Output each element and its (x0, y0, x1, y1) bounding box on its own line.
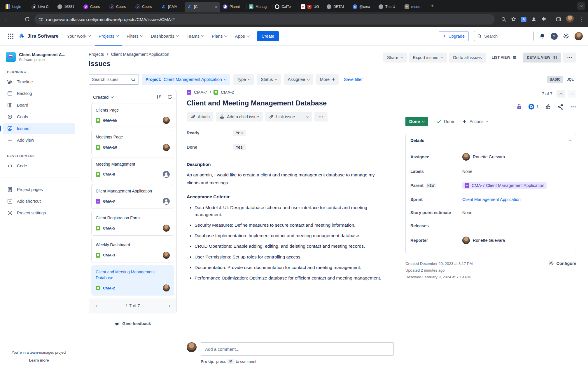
issue-card-cma-3[interactable]: Weekly Dashboard CMA-3 (91, 238, 174, 263)
issue-card-cma-11[interactable]: Clients Page CMA-11 (91, 103, 174, 128)
link-issue-button[interactable]: Link issue (265, 112, 312, 121)
browser-tab[interactable]: DETAI (324, 2, 350, 12)
issue-title[interactable]: Client and Meeting Management Database (187, 99, 394, 107)
bookmark-star-icon[interactable] (511, 17, 516, 22)
browser-tab[interactable]: Manag (246, 2, 272, 12)
jql-mode-toggle[interactable]: JQL (564, 76, 576, 83)
browser-tab[interactable]: UCours (107, 2, 133, 12)
nav-filters[interactable]: Filters (123, 27, 146, 46)
close-tab-icon[interactable]: × (215, 5, 218, 9)
story-point-value[interactable]: None (462, 210, 473, 215)
sidebar-item-project-settings[interactable]: Project settings (3, 207, 75, 218)
next-issue-button[interactable] (568, 90, 576, 98)
sidebar-add-view[interactable]: Add view (3, 135, 75, 146)
search-tabs-icon[interactable] (501, 17, 506, 22)
sidebar-item-board[interactable]: Board (3, 100, 75, 111)
description-text[interactable]: As an admin, I would like to create a cl… (187, 171, 385, 187)
breadcrumb-projects[interactable]: Projects (89, 52, 104, 57)
browser-tab[interactable]: m.mode. (402, 2, 428, 12)
new-tab-button[interactable]: + (428, 3, 437, 9)
export-issues-button[interactable]: Export issues (409, 53, 447, 63)
forward-button[interactable]: → (14, 16, 20, 22)
settings-gear-icon[interactable] (563, 33, 569, 39)
list-view-toggle[interactable]: LIST VIEW (488, 53, 521, 63)
sidebar-item-timeline[interactable]: Timeline (3, 76, 75, 87)
user-avatar[interactable] (575, 32, 583, 40)
back-button[interactable]: ← (4, 16, 10, 22)
nav-apps[interactable]: Apps (231, 27, 253, 46)
jira-logo[interactable]: Jira Software (18, 33, 59, 40)
nav-your-work[interactable]: Your work (63, 27, 94, 46)
issue-card-cma-2-selected[interactable]: Client and Meeting Management Database C… (91, 265, 174, 296)
assignee-value[interactable]: Ronette Guevara (462, 153, 505, 161)
site-settings-icon[interactable] (38, 17, 43, 22)
ready-field-value[interactable]: Yes (233, 130, 246, 136)
basic-mode-toggle[interactable]: BASIC (547, 76, 563, 83)
search-issues-input[interactable] (92, 77, 131, 82)
unlocked-icon[interactable] (516, 103, 522, 110)
filter-type[interactable]: Type (233, 74, 254, 85)
side-panel-icon[interactable] (556, 17, 561, 22)
browser-tab[interactable]: M♥UG (298, 2, 324, 12)
browser-tab[interactable]: Live C (29, 2, 55, 12)
translate-icon[interactable]: A (521, 17, 526, 22)
labels-value[interactable]: None (462, 169, 473, 174)
sidebar-item-goals[interactable]: Goals (3, 111, 75, 122)
breadcrumb-project-name[interactable]: Client Management Application (111, 52, 169, 57)
give-feedback-button[interactable]: Give feedback (114, 321, 151, 326)
nav-dashboards[interactable]: Dashboards (147, 27, 182, 46)
filter-status[interactable]: Status (257, 74, 281, 85)
browser-tab[interactable]: UCours (133, 2, 159, 12)
reporter-value[interactable]: Ronette Guevara (462, 237, 505, 244)
nav-teams[interactable]: Teams (183, 27, 207, 46)
nav-projects[interactable]: Projects (95, 27, 122, 46)
filter-assignee[interactable]: Assignee (284, 74, 313, 85)
filter-more[interactable]: More+ (316, 74, 339, 85)
configure-button[interactable]: Configure (548, 261, 576, 266)
global-search[interactable] (474, 31, 534, 41)
comment-field[interactable] (201, 342, 394, 356)
app-switcher-icon[interactable] (5, 31, 16, 42)
issue-card-cma-7[interactable]: Client Management Application CMA-7 (91, 184, 174, 209)
actions-dropdown[interactable]: Actions (462, 119, 488, 124)
browser-tab[interactable]: [CMA- (159, 2, 185, 12)
filter-project-chip[interactable]: Project:Client Management Application (142, 74, 230, 85)
share-icon[interactable] (558, 104, 564, 110)
tab-search-chevron[interactable] (577, 2, 585, 10)
browser-tab-active[interactable]: [C × (185, 2, 220, 12)
parent-issue-chip[interactable]: CMA-7 Client Management Application (462, 182, 547, 189)
browser-tab[interactable]: $@crea (350, 2, 376, 12)
extensions-puzzle-icon[interactable] (541, 17, 546, 22)
browser-menu-icon[interactable]: ⋮ (579, 16, 584, 22)
issue-key[interactable]: CMA-2 (221, 90, 234, 95)
issue-more-button[interactable]: ⋯ (314, 112, 328, 121)
attach-button[interactable]: Attach (187, 112, 214, 121)
browser-tab[interactable]: 16881 (55, 2, 81, 12)
comment-input[interactable] (205, 347, 389, 352)
global-search-input[interactable] (484, 34, 539, 39)
vote-thumbs-up-icon[interactable] (545, 104, 551, 110)
detail-view-toggle[interactable]: DETAIL VIEW (523, 53, 561, 63)
share-button[interactable]: Share (383, 53, 407, 63)
address-bar[interactable]: ronguevara.atlassian.net/jira/software/p… (34, 14, 495, 25)
browser-tab[interactable]: Login (3, 2, 29, 12)
go-to-all-issues-button[interactable]: Go to all issues (449, 53, 486, 63)
profile-person-icon[interactable] (531, 17, 536, 22)
save-filter-link[interactable]: Save filter (344, 77, 363, 82)
sidebar-item-issues[interactable]: Issues (3, 123, 75, 134)
browser-tab[interactable]: CalTe (272, 2, 298, 12)
add-child-issue-button[interactable]: Add a child issue (216, 112, 263, 121)
sidebar-item-code[interactable]: Code (3, 160, 75, 171)
refresh-icon[interactable] (167, 94, 172, 100)
next-page-button[interactable]: › (169, 303, 170, 308)
done-field-value[interactable]: Yes (233, 144, 246, 150)
issue-card-cma-5[interactable]: Client Registration Form CMA-5 (91, 211, 174, 236)
details-panel-header[interactable]: Details (406, 134, 576, 147)
sidebar-item-backlog[interactable]: Backlog (3, 88, 75, 99)
browser-tab[interactable]: The U (376, 2, 402, 12)
previous-issue-button[interactable] (556, 90, 565, 98)
project-header[interactable]: Client Management A... Software project (0, 52, 78, 62)
sidebar-item-add-shortcut[interactable]: Add shortcut (3, 196, 75, 207)
issue-card-cma-8[interactable]: Meeting Management CMA-8 (91, 157, 174, 182)
sort-direction-icon[interactable] (156, 94, 161, 100)
